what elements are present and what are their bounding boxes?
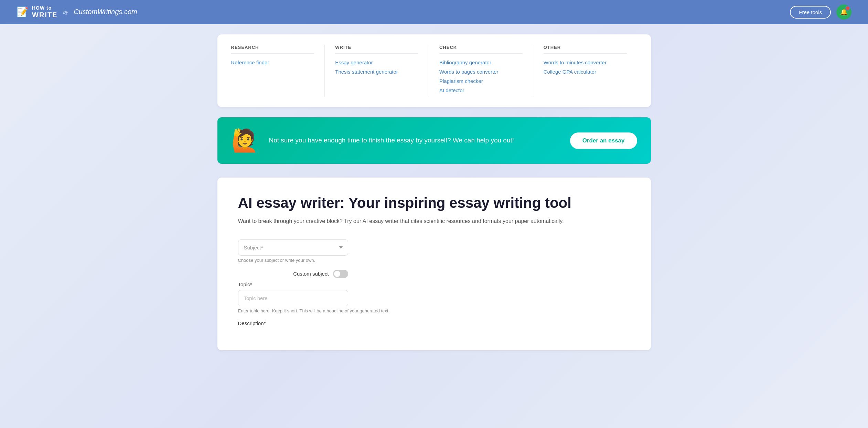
page-title: AI essay writer: Your inspiring essay wr…	[238, 195, 630, 211]
topic-group: Topic* Enter topic here. Keep it short. …	[238, 281, 630, 313]
logo-text: HOW to WRITE	[32, 6, 57, 18]
logo-area: 📝 HOW to WRITE by CustomWritings.com	[17, 6, 137, 18]
subject-select[interactable]: Subject*	[238, 239, 348, 256]
nav-section-research: RESEARCH Reference finder	[231, 45, 325, 97]
free-tools-button[interactable]: Free tools	[790, 6, 831, 19]
page-subtitle: Want to break through your creative bloc…	[238, 217, 630, 226]
nav-link-words-to-minutes[interactable]: Words to minutes converter	[544, 60, 627, 65]
bell-icon: 🔔	[840, 8, 848, 16]
content-area: AI essay writer: Your inspiring essay wr…	[217, 178, 651, 350]
main-content: RESEARCH Reference finder WRITE Essay ge…	[211, 24, 658, 361]
topic-label: Topic*	[238, 281, 630, 287]
logo-by: by	[63, 9, 68, 15]
promo-banner: 🙋 Not sure you have enough time to finis…	[217, 117, 651, 164]
logo-icon: 📝	[17, 6, 29, 18]
description-group: Description*	[238, 320, 630, 326]
logo-how: HOW to	[32, 6, 57, 11]
subject-hint: Choose your subject or write your own.	[238, 258, 630, 263]
topic-hint: Enter topic here. Keep it short. This wi…	[238, 308, 630, 313]
nav-link-college-gpa[interactable]: College GPA calculator	[544, 69, 627, 75]
nav-section-title-check: CHECK	[439, 45, 523, 54]
nav-section-write: WRITE Essay generator Thesis statement g…	[335, 45, 429, 97]
logo-brand: CustomWritings.com	[74, 8, 137, 16]
nav-link-thesis-statement[interactable]: Thesis statement generator	[335, 69, 418, 75]
nav-link-essay-generator[interactable]: Essay generator	[335, 60, 418, 65]
header-right: Free tools 🔔	[790, 4, 851, 20]
banner-emoji: 🙋	[231, 128, 259, 153]
nav-section-title-research: RESEARCH	[231, 45, 314, 54]
header: 📝 HOW to WRITE by CustomWritings.com Fre…	[0, 0, 868, 24]
nav-link-words-to-pages[interactable]: Words to pages converter	[439, 69, 523, 75]
nav-link-bibliography[interactable]: Bibliography generator	[439, 60, 523, 65]
nav-card: RESEARCH Reference finder WRITE Essay ge…	[217, 34, 651, 107]
nav-link-ai-detector[interactable]: AI detector	[439, 87, 523, 93]
nav-link-reference-finder[interactable]: Reference finder	[231, 60, 314, 65]
custom-subject-row: Custom subject	[238, 270, 348, 278]
bell-button[interactable]: 🔔	[836, 4, 851, 20]
custom-subject-toggle[interactable]	[333, 270, 348, 278]
nav-section-title-write: WRITE	[335, 45, 418, 54]
order-essay-button[interactable]: Order an essay	[570, 132, 637, 149]
description-label: Description*	[238, 320, 630, 326]
nav-link-plagiarism[interactable]: Plagiarism checker	[439, 78, 523, 84]
subject-group: Subject* Choose your subject or write yo…	[238, 239, 630, 263]
nav-section-other: OTHER Words to minutes converter College…	[544, 45, 637, 97]
nav-section-check: CHECK Bibliography generator Words to pa…	[439, 45, 533, 97]
nav-section-title-other: OTHER	[544, 45, 627, 54]
custom-subject-label: Custom subject	[293, 271, 329, 277]
logo-write: WRITE	[32, 11, 57, 19]
topic-input[interactable]	[238, 290, 348, 306]
banner-text: Not sure you have enough time to finish …	[269, 136, 560, 146]
